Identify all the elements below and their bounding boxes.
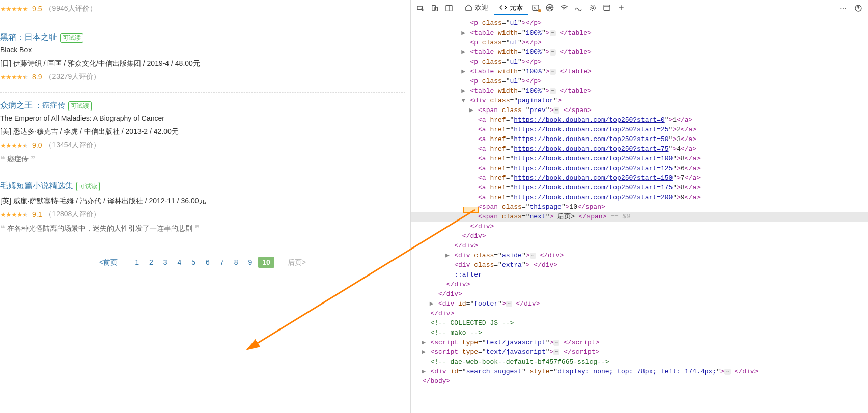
- paginator-page[interactable]: 2: [145, 257, 157, 268]
- add-tab-icon[interactable]: [614, 1, 628, 14]
- dom-node-line[interactable]: </div>: [411, 241, 868, 251]
- dom-node-line[interactable]: ▶ <table width="100%">⋯ </table>: [411, 67, 868, 76]
- more-icon[interactable]: [836, 2, 850, 15]
- inspect-element-icon[interactable]: [414, 2, 427, 15]
- dom-node-line[interactable]: <p class="ul"></p>: [411, 57, 868, 67]
- dom-node-line[interactable]: ▶ <script type="text/javascript">⋯ </scr…: [411, 347, 868, 357]
- paginator-page[interactable]: 9: [244, 257, 257, 268]
- dom-node-line[interactable]: <p class="ul"></p>: [411, 18, 868, 28]
- rating-number: 9.5: [32, 5, 42, 13]
- paginator-page[interactable]: 1: [131, 257, 143, 268]
- dom-node-line[interactable]: <div class="extra"> </div>: [411, 260, 868, 270]
- tree-toggle-icon[interactable]: ▶: [461, 67, 466, 76]
- book-subtitle: ：癌症传: [35, 101, 65, 109]
- tree-toggle-icon[interactable]: ▶: [421, 347, 427, 357]
- dom-node-line[interactable]: </div>: [411, 280, 868, 289]
- dom-node-line[interactable]: ▶ <script type="text/javascript">⋯ </scr…: [411, 338, 868, 347]
- dom-node-line[interactable]: </div>: [411, 222, 868, 231]
- tab-welcome[interactable]: 欢迎: [460, 1, 493, 15]
- paginator-page[interactable]: 6: [202, 257, 214, 268]
- paginator-prev[interactable]: <前页: [95, 257, 122, 269]
- dom-node-line[interactable]: ::after: [411, 270, 868, 280]
- book-title-link[interactable]: 众病之王: [0, 101, 33, 109]
- dom-node-line[interactable]: ▶ <div class="aside">⋯ </div>: [411, 251, 868, 260]
- book-title-link[interactable]: 毛姆短篇小说精选集: [0, 181, 73, 190]
- tree-toggle-icon[interactable]: ▶: [468, 105, 474, 115]
- dom-node-line[interactable]: <span class="thispage">10</span>: [411, 202, 868, 212]
- book-item: ★★★★★9.5（9946人评价）: [0, 4, 405, 24]
- dom-node-line[interactable]: ▶ <table width="100%">⋯ </table>: [411, 47, 868, 57]
- tree-toggle-icon[interactable]: ▶: [461, 28, 466, 38]
- paginator-next: 后页>: [284, 257, 310, 269]
- rating-number: 8.9: [32, 73, 42, 81]
- help-icon[interactable]: [852, 2, 865, 15]
- try-read-badge[interactable]: 可试读: [76, 182, 100, 191]
- dock-icon[interactable]: [442, 2, 456, 15]
- dom-node-line[interactable]: <a href="https://book.douban.com/top250?…: [411, 125, 868, 134]
- dom-node-line[interactable]: ▶ <span class="prev">⋯ </span>: [411, 105, 868, 115]
- application-icon[interactable]: [600, 1, 613, 14]
- memory-icon[interactable]: [586, 1, 599, 14]
- tree-toggle-icon[interactable]: ▶: [444, 251, 450, 260]
- network-icon[interactable]: [557, 1, 571, 14]
- paginator-page[interactable]: 4: [174, 257, 186, 268]
- dom-node-line[interactable]: <p class="ul"></p>: [411, 38, 868, 47]
- dom-node-line[interactable]: </body>: [411, 376, 868, 386]
- svg-point-14: [840, 8, 841, 9]
- dom-node-line[interactable]: <a href="https://book.douban.com/top250?…: [411, 144, 868, 154]
- paginator-page[interactable]: 7: [216, 257, 228, 268]
- tree-toggle-icon[interactable]: ▶: [461, 86, 466, 96]
- dom-node-line[interactable]: </div>: [411, 309, 868, 318]
- dom-node-line[interactable]: <span class="next"> 后页> </span> == $0: [411, 212, 868, 222]
- dom-node-line[interactable]: ▶ <table width="100%">⋯ </table>: [411, 28, 868, 38]
- dom-node-line[interactable]: <a href="https://book.douban.com/top250?…: [411, 163, 868, 173]
- book-quote: ❝癌症传❞: [0, 154, 405, 165]
- book-title-link[interactable]: 黑箱：日本之耻: [0, 33, 57, 41]
- paginator-page[interactable]: 5: [187, 257, 200, 268]
- device-toggle-icon[interactable]: [428, 2, 441, 15]
- dom-node-line[interactable]: <a href="https://book.douban.com/top250?…: [411, 192, 868, 202]
- tree-toggle-icon[interactable]: ▶: [461, 47, 466, 57]
- dom-tree[interactable]: <p class="ul"></p> ▶ <table width="100%"…: [411, 16, 868, 413]
- tree-toggle-icon[interactable]: ▶: [421, 367, 427, 376]
- dom-node-line[interactable]: <a href="https://book.douban.com/top250?…: [411, 154, 868, 163]
- dom-node-line[interactable]: ▼ <div class="paginator">: [411, 96, 868, 105]
- dom-node-line[interactable]: <a href="https://book.douban.com/top250?…: [411, 173, 868, 183]
- rating-count: （23279人评价）: [45, 72, 100, 81]
- rating-number: 9.0: [32, 141, 42, 149]
- stars-icon: ★★★★★: [0, 73, 28, 81]
- svg-point-8: [592, 7, 594, 9]
- paginator-page[interactable]: 8: [230, 257, 242, 268]
- dom-node-line[interactable]: <p class="ul"></p>: [411, 76, 868, 86]
- tree-toggle-icon[interactable]: ▶: [429, 299, 434, 309]
- svg-point-16: [845, 8, 846, 9]
- tab-elements[interactable]: 元素: [494, 1, 528, 15]
- dom-node-line[interactable]: <!-- COLLECTED JS -->: [411, 318, 868, 328]
- dom-node-line[interactable]: <a href="https://book.douban.com/top250?…: [411, 115, 868, 125]
- quote-close-icon: ❞: [194, 224, 200, 234]
- performance-icon[interactable]: [572, 1, 585, 14]
- dom-node-line[interactable]: </div>: [411, 289, 868, 299]
- console-icon[interactable]: [529, 1, 542, 14]
- paginator-page[interactable]: 3: [159, 257, 172, 268]
- dom-node-line[interactable]: <!-- dae-web-book--default-bf457f665-ssl…: [411, 357, 868, 367]
- dom-node-line[interactable]: <a href="https://book.douban.com/top250?…: [411, 183, 868, 192]
- stars-icon: ★★★★★: [0, 5, 28, 13]
- dom-node-line[interactable]: </div>: [411, 231, 868, 241]
- tree-toggle-icon[interactable]: ▼: [461, 96, 466, 105]
- try-read-badge[interactable]: 可试读: [68, 101, 92, 111]
- sources-icon[interactable]: [543, 1, 556, 14]
- dom-node-line[interactable]: ▶ <div id="search_suggest" style="displa…: [411, 367, 868, 376]
- rating-count: （13454人评价）: [45, 141, 100, 150]
- book-meta: [美] 悉达多·穆克吉 / 李虎 / 中信出版社 / 2013-2 / 42.0…: [0, 127, 405, 136]
- tree-toggle-icon[interactable]: ▶: [421, 338, 427, 347]
- dom-node-line[interactable]: <a href="https://book.douban.com/top250?…: [411, 134, 868, 144]
- dom-node-line[interactable]: ▶ <div id="footer">⋯ </div>: [411, 299, 868, 309]
- dom-node-line[interactable]: ▶ <table width="100%">⋯ </table>: [411, 86, 868, 96]
- devtools-toolbar: 欢迎 元素: [411, 0, 868, 16]
- quote-open-icon: ❝: [0, 224, 5, 234]
- svg-point-9: [590, 5, 596, 10]
- try-read-badge[interactable]: 可试读: [60, 33, 83, 43]
- dom-node-line[interactable]: <!-- mako -->: [411, 328, 868, 338]
- book-meta: [日] 伊藤诗织 / 匡匡 / 雅众文化/中信出版集团 / 2019-4 / 4…: [0, 59, 405, 68]
